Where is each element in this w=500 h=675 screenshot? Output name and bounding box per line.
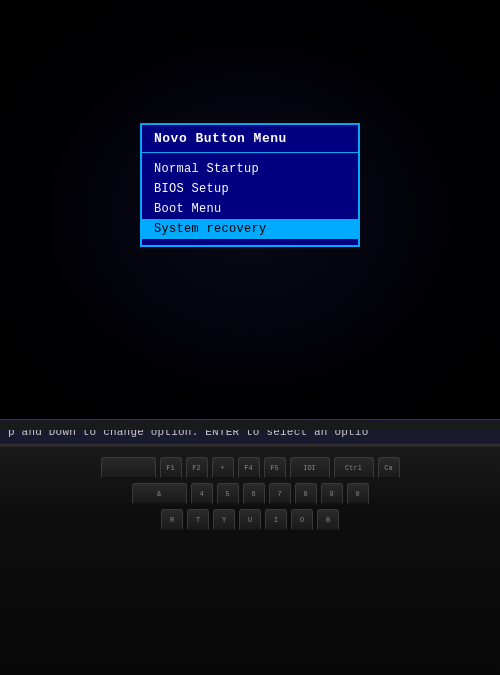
- key-4[interactable]: 4: [191, 483, 213, 505]
- bios-option-bios-setup[interactable]: BIOS Setup: [142, 179, 358, 199]
- key-6[interactable]: 6: [243, 483, 265, 505]
- key-0[interactable]: 0: [347, 483, 369, 505]
- key-ampersand[interactable]: &: [132, 483, 187, 505]
- keyboard-row-1: F1 F2 + F4 F5 IOI Ctrl Ca: [101, 457, 400, 479]
- key-i[interactable]: I: [265, 509, 287, 531]
- bios-option-normal-startup[interactable]: Normal Startup: [142, 159, 358, 179]
- bios-option-system-recovery[interactable]: System recovery: [142, 219, 358, 239]
- key-o[interactable]: O: [291, 509, 313, 531]
- key-r[interactable]: R: [161, 509, 183, 531]
- key-f5[interactable]: F5: [264, 457, 286, 479]
- bios-menu-container: Novo Button Menu Normal Startup BIOS Set…: [140, 123, 360, 247]
- key-t[interactable]: T: [187, 509, 209, 531]
- key-b[interactable]: B: [317, 509, 339, 531]
- key-f2[interactable]: F2: [186, 457, 208, 479]
- keyboard-row-2: & 4 5 6 7 8 9 0: [132, 483, 369, 505]
- keyboard: F1 F2 + F4 F5 IOI Ctrl Ca & 4 5 6 7 8 9 …: [0, 447, 500, 675]
- key-ioi[interactable]: IOI: [290, 457, 330, 479]
- bios-options-list: Normal Startup BIOS Setup Boot Menu Syst…: [142, 153, 358, 245]
- key-blank: [101, 457, 156, 479]
- keyboard-area: F1 F2 + F4 F5 IOI Ctrl Ca & 4 5 6 7 8 9 …: [0, 445, 500, 675]
- key-u[interactable]: U: [239, 509, 261, 531]
- key-9[interactable]: 9: [321, 483, 343, 505]
- key-7[interactable]: 7: [269, 483, 291, 505]
- key-ctrl[interactable]: Ctrl: [334, 457, 374, 479]
- key-8[interactable]: 8: [295, 483, 317, 505]
- keyboard-row-3: R T Y U I O B: [161, 509, 339, 531]
- key-ca[interactable]: Ca: [378, 457, 400, 479]
- bios-menu-title: Novo Button Menu: [142, 125, 358, 153]
- status-bar: p and Down to change option. ENTER to se…: [0, 419, 500, 445]
- bios-option-boot-menu[interactable]: Boot Menu: [142, 199, 358, 219]
- key-5[interactable]: 5: [217, 483, 239, 505]
- key-plus[interactable]: +: [212, 457, 234, 479]
- key-f4[interactable]: F4: [238, 457, 260, 479]
- key-f1[interactable]: F1: [160, 457, 182, 479]
- screen: Novo Button Menu Normal Startup BIOS Set…: [0, 0, 500, 430]
- status-text: p and Down to change option. ENTER to se…: [0, 424, 500, 440]
- key-y[interactable]: Y: [213, 509, 235, 531]
